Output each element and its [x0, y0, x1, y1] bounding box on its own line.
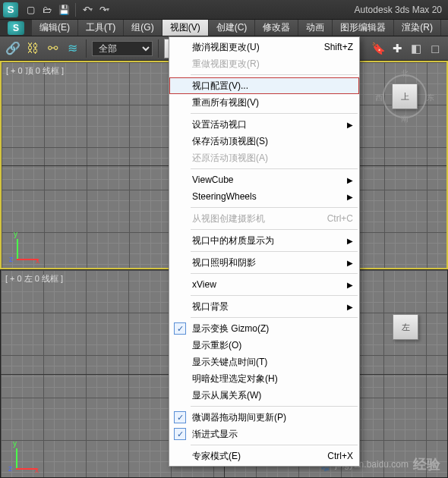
menu-item[interactable]: 视口背景▶ [169, 298, 359, 315]
menu-item[interactable]: 视口配置(V)... [169, 77, 359, 94]
menu-item-label: 视口配置(V)... [192, 80, 248, 93]
plus-icon[interactable]: ✚ [389, 40, 405, 57]
menu-item-label: 明暗处理选定对象(H) [192, 373, 278, 385]
menu-separator [191, 207, 358, 208]
menu-item[interactable]: 设置活动视口▶ [169, 116, 359, 133]
menu-item[interactable]: 修改器 [255, 20, 298, 36]
menu-item[interactable]: ✓渐进式显示 [169, 426, 359, 442]
menu-item[interactable]: 渲染(R) [394, 20, 441, 36]
menu-item-label: xView [192, 279, 216, 290]
window-title: Autodesk 3ds Max 20 [355, 5, 445, 15]
menu-item[interactable]: 组(G) [124, 20, 162, 36]
menu-item-label: 专家模式(E) [192, 450, 241, 463]
unlink-icon[interactable]: ⛓ [24, 40, 41, 57]
menu-item-label: 保存活动顶视图(S) [192, 135, 268, 148]
menu-item[interactable]: 编辑(E) [32, 20, 78, 36]
app-menu-button[interactable]: S [0, 20, 32, 36]
menu-item-label: 视口照明和阴影 [192, 256, 256, 269]
menu-item[interactable]: 视口中的材质显示为▶ [169, 232, 359, 249]
toolbar-separator [86, 39, 87, 58]
app-logo-icon: S [3, 2, 18, 17]
menu-item-label: 重做视图更改(R) [192, 58, 260, 71]
menu-item[interactable]: 视图(V) [162, 20, 209, 36]
menu-item: 还原活动顶视图(A) [169, 149, 359, 166]
menu-item-label: 显示从属关系(W) [192, 389, 261, 402]
menu-item[interactable]: 创建(C) [209, 20, 256, 36]
save-file-icon[interactable]: 💾 [56, 2, 71, 17]
selection-filter-select[interactable]: 全部 [92, 41, 153, 56]
menu-item[interactable]: ViewCube▶ [169, 171, 359, 188]
menu-separator [191, 251, 358, 252]
menu-item[interactable]: 撤消视图更改(U)Shift+Z [169, 39, 359, 55]
square-icon[interactable]: ◻ [427, 40, 443, 57]
check-icon: ✓ [174, 322, 186, 335]
menu-item[interactable]: 工具(T) [78, 20, 124, 36]
menu-item[interactable]: 重画所有视图(V) [169, 94, 359, 111]
menu-item-label: 视口中的材质显示为 [192, 234, 274, 247]
submenu-arrow-icon: ▶ [347, 176, 353, 184]
menu-separator [191, 74, 358, 75]
undo-icon[interactable]: ↶▾ [80, 2, 95, 17]
submenu-arrow-icon: ▶ [347, 237, 353, 245]
menu-item[interactable]: 显示重影(O) [169, 337, 359, 354]
menu-item[interactable]: 显示从属关系(W) [169, 387, 359, 404]
viewport-label[interactable]: [ + 0 左 0 线框 ] [5, 273, 63, 285]
titlebar: S ▢ 🗁 💾 ↶▾ ↷▾ Autodesk 3ds Max 20 [0, 0, 448, 20]
menu-item[interactable]: 保存活动顶视图(S) [169, 133, 359, 149]
menu-item[interactable]: 明暗处理选定对象(H) [169, 370, 359, 387]
menu-item[interactable]: 视口照明和阴影▶ [169, 254, 359, 271]
menu-separator [191, 273, 358, 274]
menu-item-label: 渐进式显示 [192, 428, 238, 441]
quick-access-toolbar: ▢ 🗁 💾 ↶▾ ↷▾ [23, 2, 112, 17]
menubar: S 编辑(E)工具(T)组(G)视图(V)创建(C)修改器动画图形编辑器渲染(R… [0, 20, 448, 36]
wave-icon[interactable]: ≋ [64, 40, 80, 57]
menu-item: 重做视图更改(R) [169, 55, 359, 72]
menu-item-label: ViewCube [192, 175, 233, 185]
viewcube[interactable]: 左 [379, 300, 432, 354]
menu-item-label: SteeringWheels [192, 191, 257, 202]
viewcube[interactable]: 上 北 南 东 西 [378, 70, 431, 123]
menu-item-label: 重画所有视图(V) [192, 96, 259, 109]
open-file-icon[interactable]: 🗁 [39, 2, 55, 17]
menu-separator [191, 168, 358, 169]
menu-item[interactable]: 专家模式(E)Ctrl+X [169, 448, 359, 464]
axis-tripod: yxz [11, 233, 38, 260]
check-icon: ✓ [174, 411, 186, 423]
menu-separator [191, 406, 358, 407]
bookmark-icon[interactable]: 🔖 [370, 40, 386, 57]
menu-item-label: 视口背景 [192, 300, 229, 313]
redo-icon[interactable]: ↷▾ [96, 2, 112, 17]
bind-icon[interactable]: ⚯ [44, 40, 61, 57]
menu-shortcut: Shift+Z [314, 42, 353, 52]
menu-item[interactable]: ✓显示变换 Gizmo(Z) [169, 320, 359, 337]
menu-item[interactable]: ✓微调器拖动期间更新(P) [169, 409, 359, 426]
submenu-arrow-icon: ▶ [347, 121, 353, 129]
submenu-arrow-icon: ▶ [347, 281, 353, 289]
submenu-arrow-icon: ▶ [347, 303, 353, 311]
viewport-label[interactable]: [ + 0 顶 0 线框 ] [6, 65, 64, 77]
menu-item-label: 还原活动顶视图(A) [192, 152, 268, 165]
menu-item[interactable]: 显示关键点时间(T) [169, 354, 359, 370]
new-file-icon[interactable]: ▢ [23, 2, 38, 17]
toolbar-separator [158, 39, 159, 58]
view-menu-dropdown: 撤消视图更改(U)Shift+Z重做视图更改(R)视口配置(V)...重画所有视… [169, 36, 360, 467]
menu-separator [191, 445, 358, 445]
qat-separator [75, 3, 76, 17]
cube-icon[interactable]: ◧ [408, 40, 424, 57]
menu-item-label: 显示变换 Gizmo(Z) [192, 322, 269, 335]
submenu-arrow-icon: ▶ [347, 259, 353, 267]
menu-item-label: 设置活动视口 [192, 118, 247, 131]
menu-item-label: 显示重影(O) [192, 339, 241, 352]
link-icon[interactable]: 🔗 [5, 40, 21, 57]
menu-item[interactable]: 动画 [298, 20, 333, 36]
menu-separator [191, 295, 358, 296]
menu-item-label: 撤消视图更改(U) [192, 41, 260, 54]
menu-item: 从视图创建摄影机Ctrl+C [169, 210, 359, 227]
menu-item[interactable]: SteeringWheels▶ [169, 188, 359, 205]
submenu-arrow-icon: ▶ [347, 193, 353, 201]
menu-item-label: 从视图创建摄影机 [192, 212, 265, 225]
menu-separator [191, 113, 358, 114]
menu-item[interactable]: 图形编辑器 [333, 20, 394, 36]
menu-separator [191, 317, 358, 318]
menu-item[interactable]: xView▶ [169, 276, 359, 293]
